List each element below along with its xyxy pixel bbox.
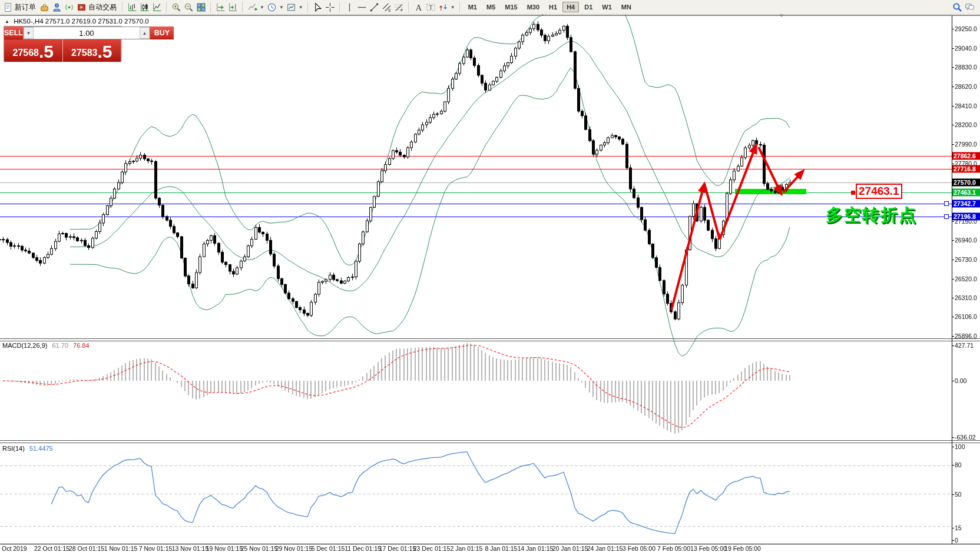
volume-decrease-button[interactable]: ▼ [24,27,34,39]
text-icon: A [413,2,423,12]
zoom-group [170,0,207,14]
timeframe-m5-button[interactable]: M5 [482,2,499,12]
new-order-icon [3,2,13,12]
sell-button[interactable]: SELL [4,26,23,39]
line-chart-button[interactable] [151,1,163,14]
arrows-icon [438,2,448,12]
timeframe-h4-button[interactable]: H4 [562,2,579,12]
trendline-icon [369,2,379,12]
zoom-out-button[interactable] [183,1,195,14]
sell-price-fraction: .5 [39,43,54,61]
mt4-terminal: { "toolbar": { "groups": [ {"name": "tra… [0,0,980,552]
timeframe-w1-button[interactable]: W1 [598,2,616,12]
insert-group: ▼▼▼ [246,0,304,14]
svg-text:E: E [388,8,391,12]
bar-chart-icon [127,2,137,12]
horizontal-line-icon [357,2,367,12]
candlestick-icon [140,2,150,12]
toolbar-separator [459,2,461,12]
periods-button[interactable]: ▼ [266,1,285,14]
cursor-group [312,0,336,14]
cursor-button[interactable] [312,1,324,14]
timeframe-d1-button[interactable]: D1 [580,2,597,12]
volume-box: ▼ ▲ [23,26,150,39]
equidistant-channel-button[interactable]: E [380,1,393,14]
auto-scroll-button[interactable] [214,1,227,14]
search-button[interactable] [951,1,964,14]
trendline-button[interactable] [368,1,380,14]
sell-price-display[interactable]: 27568.5 [4,39,62,62]
chart-type-group [126,0,163,14]
zoom-in-button[interactable] [170,1,183,14]
chart-shift-icon [228,2,238,12]
tile-windows-button[interactable] [195,1,207,14]
auto-scroll-icon [216,2,226,12]
vertical-line-icon [345,2,355,12]
indicators-button[interactable]: ▼ [246,1,266,14]
cursor-icon [313,2,323,12]
dropdown-arrow-icon[interactable]: ▼ [299,5,303,10]
main-toolbar: 新订单自动交易▼▼▼EFAT▼M1M5M15M30H1H4D1W1MN [0,0,980,15]
crosshair-icon [325,2,335,12]
tile-windows-icon [196,2,206,12]
svg-text:T: T [429,4,432,11]
indicators-icon [247,2,257,12]
trade-group: 新订单自动交易 [2,0,119,14]
volume-input[interactable] [34,27,140,39]
new-order-button[interactable]: 新订单 [2,1,38,14]
arrows-button[interactable]: ▼ [437,1,456,14]
chart-canvas[interactable] [0,0,980,552]
autotrade-button[interactable]: 自动交易 [75,1,119,14]
toolbar-separator [122,2,123,12]
lines-group: EF [343,0,405,14]
signals-button[interactable] [63,1,75,14]
timeframe-group: M1M5M15M30H1H4D1W1MN [463,0,636,14]
timeframe-m1-button[interactable]: M1 [464,2,481,12]
one-click-trading-panel: SELL ▼ ▲ BUY 27568.5 27583.5 [4,26,121,61]
toolbar-separator [408,2,409,12]
dropdown-arrow-icon[interactable]: ▼ [451,5,455,10]
templates-button[interactable]: ▼ [285,1,304,14]
toolbar-separator [166,2,167,12]
sell-price-main: 27568 [12,45,39,61]
zoom-out-icon [184,2,194,12]
periods-icon [267,2,277,12]
dropdown-arrow-icon[interactable]: ▼ [279,5,284,10]
profile-icon [52,2,62,12]
zoom-in-icon [171,2,181,12]
volume-increase-button[interactable]: ▲ [140,27,150,39]
horizontal-line-button[interactable] [356,1,368,14]
templates-icon [286,2,296,12]
chat-icon [965,2,975,12]
chart-shift-button[interactable] [227,1,239,14]
fibonacci-icon: F [394,2,404,12]
crosshair-button[interactable] [324,1,336,14]
timeframe-h1-button[interactable]: H1 [545,2,561,12]
fibonacci-button[interactable]: F [393,1,405,14]
svg-text:A: A [415,2,422,12]
timeframe-m30-button[interactable]: M30 [523,2,544,12]
market-watch-button[interactable] [38,1,51,14]
dropdown-arrow-icon[interactable]: ▼ [260,5,264,10]
buy-price-display[interactable]: 27583.5 [62,39,121,62]
timeframe-m15-button[interactable]: M15 [501,2,521,12]
text-label-icon: T [426,2,436,12]
channel-icon: E [382,2,392,12]
text-group: AT▼ [412,0,456,14]
buy-button[interactable]: BUY [150,26,174,39]
toolbar-separator [307,2,309,12]
profile-button[interactable] [51,1,63,14]
text-label-button[interactable]: T [425,1,437,14]
toolbar-right-group [951,1,976,14]
bar-chart-button[interactable] [126,1,138,14]
new-order-button-label: 新订单 [15,2,36,12]
text-button[interactable]: A [412,1,425,14]
chat-button[interactable] [964,1,976,14]
vertical-line-button[interactable] [343,1,356,14]
market-watch-icon [39,2,49,12]
timeframe-mn-button[interactable]: MN [617,2,635,12]
autotrade-icon [77,2,87,12]
candlestick-button[interactable] [138,1,151,14]
scroll-group [214,0,239,14]
toolbar-separator [339,2,340,12]
